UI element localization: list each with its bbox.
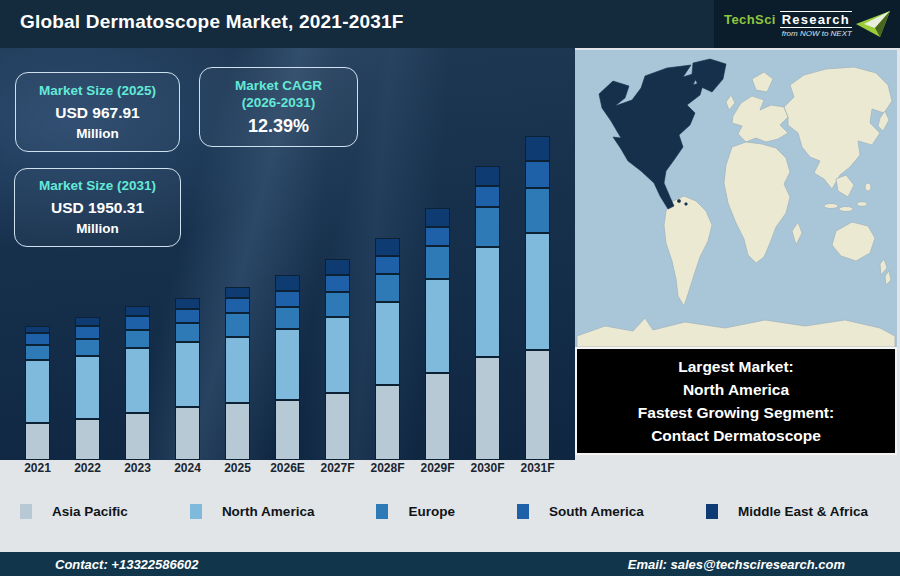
header-bar: Global Dermatoscope Market, 2021-2031F T… xyxy=(0,0,900,48)
bar-segment-middle-east-africa xyxy=(225,287,250,298)
bar-segment-europe xyxy=(225,313,250,337)
x-axis-label-2022: 2022 xyxy=(63,461,113,475)
bar-segment-north-america xyxy=(325,317,350,393)
bar-segment-north-america xyxy=(525,233,550,350)
bar-segment-south-america xyxy=(325,275,350,292)
legend-item-south-america: South America xyxy=(517,504,644,519)
bar-segment-middle-east-africa xyxy=(425,208,450,227)
chart-panel: Market Size (2025) USD 967.91 Million Ma… xyxy=(0,48,575,460)
bar-segment-europe xyxy=(525,188,550,233)
bar-segment-south-america xyxy=(125,316,150,330)
x-axis-label-2026E: 2026E xyxy=(263,461,313,475)
footer-contact: Contact: +13322586602 xyxy=(55,557,198,572)
bar-segment-europe xyxy=(325,292,350,317)
legend-label: North America xyxy=(222,504,315,519)
callout-largest-market-value: North America xyxy=(683,378,789,401)
bar-segment-south-america xyxy=(75,326,100,339)
bar-segment-south-america xyxy=(175,309,200,323)
bar-segment-north-america xyxy=(475,247,500,357)
bar-segment-middle-east-africa xyxy=(375,238,400,256)
x-axis-label-2025: 2025 xyxy=(213,461,263,475)
bar-segment-south-america xyxy=(25,333,50,345)
legend-swatch xyxy=(190,504,202,519)
bar-segment-europe xyxy=(75,339,100,356)
bar-segment-middle-east-africa xyxy=(275,275,300,291)
bar-segment-south-america xyxy=(375,256,400,274)
bar-2025 xyxy=(225,287,250,460)
bar-segment-asia-pacific xyxy=(375,385,400,460)
bar-segment-north-america xyxy=(425,279,450,373)
bar-segment-north-america xyxy=(75,356,100,419)
bar-segment-middle-east-africa xyxy=(475,166,500,186)
page-title: Global Dermatoscope Market, 2021-2031F xyxy=(20,11,404,33)
region-indonesia xyxy=(824,204,838,209)
x-axis-label-2031F: 2031F xyxy=(513,461,563,475)
bar-segment-middle-east-africa xyxy=(125,306,150,316)
bar-segment-europe xyxy=(475,207,500,247)
bar-segment-north-america xyxy=(175,342,200,407)
paper-plane-icon xyxy=(856,11,890,37)
callout-fastest-segment-label: Fastest Growing Segment: xyxy=(638,401,834,424)
bar-segment-asia-pacific xyxy=(225,403,250,460)
bar-segment-north-america xyxy=(275,329,300,400)
footer-email: Email: sales@techsciresearch.com xyxy=(628,557,845,572)
footer-bar: Contact: +13322586602 Email: sales@techs… xyxy=(0,552,900,576)
bar-2021 xyxy=(25,326,50,460)
chart-legend: Asia PacificNorth AmericaEuropeSouth Ame… xyxy=(0,499,900,523)
region-indonesia xyxy=(839,207,853,212)
bar-segment-asia-pacific xyxy=(525,350,550,460)
region-philippines xyxy=(865,183,871,191)
bar-segment-asia-pacific xyxy=(175,407,200,460)
legend-label: Europe xyxy=(408,504,455,519)
bar-2022 xyxy=(75,317,100,460)
techsci-logo: TechSci Research from NOW to NEXT xyxy=(714,0,900,48)
x-axis-label-2024: 2024 xyxy=(163,461,213,475)
bar-segment-south-america xyxy=(425,227,450,246)
logo-brand-primary: TechSci xyxy=(724,12,776,27)
bar-2028F xyxy=(375,238,400,460)
bar-2029F xyxy=(425,208,450,460)
bar-segment-south-america xyxy=(275,291,300,307)
bar-segment-asia-pacific xyxy=(325,393,350,460)
bar-segment-europe xyxy=(125,330,150,348)
x-axis-label-2029F: 2029F xyxy=(413,461,463,475)
bar-segment-europe xyxy=(375,274,400,302)
x-axis-label-2021: 2021 xyxy=(13,461,63,475)
bar-segment-north-america xyxy=(375,302,400,385)
callout-box: Largest Market: North America Fastest Gr… xyxy=(575,347,897,455)
x-axis-labels: 202120222023202420252026E2027F2028F2029F… xyxy=(0,461,575,481)
x-axis-label-2023: 2023 xyxy=(113,461,163,475)
bar-segment-asia-pacific xyxy=(275,400,300,460)
legend-item-middle-east-africa: Middle East & Africa xyxy=(706,504,868,519)
region-indonesia xyxy=(857,202,867,206)
bar-segment-middle-east-africa xyxy=(75,317,100,326)
bar-segment-middle-east-africa xyxy=(175,298,200,309)
bar-segment-south-america xyxy=(525,161,550,188)
bar-segment-middle-east-africa xyxy=(525,136,550,161)
bar-segment-europe xyxy=(425,246,450,279)
bar-2031F xyxy=(525,136,550,460)
bar-segment-asia-pacific xyxy=(425,373,450,460)
legend-label: Asia Pacific xyxy=(52,504,128,519)
x-axis-label-2028F: 2028F xyxy=(363,461,413,475)
logo-brand-secondary: Research xyxy=(780,11,852,28)
bar-segment-south-america xyxy=(475,186,500,207)
bar-2027F xyxy=(325,259,350,460)
bar-2024 xyxy=(175,298,200,460)
callout-largest-market-label: Largest Market: xyxy=(678,355,793,378)
legend-swatch xyxy=(20,504,32,519)
bar-segment-asia-pacific xyxy=(25,423,50,460)
bar-segment-middle-east-africa xyxy=(325,259,350,275)
bar-segment-north-america xyxy=(25,360,50,423)
legend-label: Middle East & Africa xyxy=(738,504,868,519)
legend-label: South America xyxy=(549,504,644,519)
world-map xyxy=(575,50,897,347)
legend-item-north-america: North America xyxy=(190,504,315,519)
bar-segment-asia-pacific xyxy=(125,413,150,460)
legend-swatch xyxy=(376,504,388,519)
bar-segment-north-america xyxy=(125,348,150,413)
bar-segment-asia-pacific xyxy=(75,419,100,460)
bar-segment-south-america xyxy=(225,298,250,313)
bar-segment-europe xyxy=(175,323,200,342)
stacked-bar-chart xyxy=(0,48,575,460)
